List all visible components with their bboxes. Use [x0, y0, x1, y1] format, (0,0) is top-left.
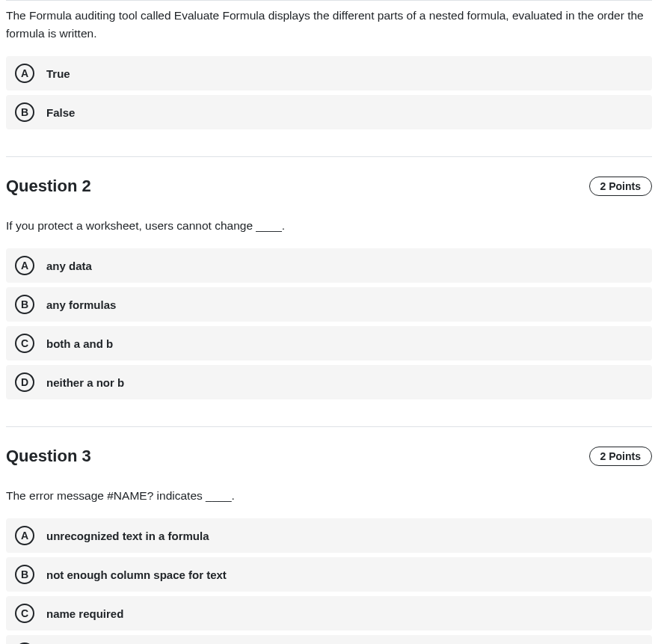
answer-option-c[interactable]: C both a and b — [6, 326, 652, 361]
question-header: Question 3 2 Points — [6, 447, 652, 466]
option-letter: B — [15, 295, 34, 314]
answer-option-a[interactable]: A unrecognized text in a formula — [6, 518, 652, 553]
points-badge: 2 Points — [589, 447, 652, 466]
option-label: any data — [46, 260, 92, 272]
answer-option-b[interactable]: B not enough column space for text — [6, 557, 652, 592]
answer-option-d[interactable]: D neither a nor b — [6, 365, 652, 399]
question-text: If you protect a worksheet, users cannot… — [6, 217, 652, 235]
option-letter: C — [15, 334, 34, 353]
question-header: Question 2 2 Points — [6, 177, 652, 196]
option-letter: A — [15, 64, 34, 83]
option-label: both a and b — [46, 337, 113, 350]
answer-option-b[interactable]: B any formulas — [6, 287, 652, 322]
option-label: not enough column space for text — [46, 568, 227, 581]
answer-option-b[interactable]: B False — [6, 95, 652, 129]
option-label: any formulas — [46, 298, 116, 311]
question-text: The Formula auditing tool called Evaluat… — [6, 7, 652, 43]
option-label: False — [46, 106, 75, 119]
question-block: The Formula auditing tool called Evaluat… — [6, 0, 652, 156]
question-text: The error message #NAME? indicates ____. — [6, 487, 652, 505]
option-label: True — [46, 67, 70, 80]
option-letter: B — [15, 565, 34, 584]
option-letter: D — [15, 372, 34, 392]
option-label: name required — [46, 607, 123, 620]
answer-option-a[interactable]: A any data — [6, 248, 652, 283]
answer-option-a[interactable]: A True — [6, 56, 652, 91]
question-block: Question 2 2 Points If you protect a wor… — [6, 156, 652, 426]
question-title: Question 2 — [6, 177, 91, 196]
points-badge: 2 Points — [589, 177, 652, 196]
option-letter: B — [15, 102, 34, 122]
option-letter: C — [15, 604, 34, 623]
answer-option-c[interactable]: C name required — [6, 596, 652, 631]
question-title: Question 3 — [6, 447, 91, 466]
answer-option-d[interactable]: D unrecognized name in a cell — [6, 635, 652, 644]
option-label: unrecognized text in a formula — [46, 530, 209, 542]
option-letter: A — [15, 256, 34, 275]
option-label: neither a nor b — [46, 376, 124, 389]
question-block: Question 3 2 Points The error message #N… — [6, 426, 652, 644]
option-letter: A — [15, 526, 34, 545]
